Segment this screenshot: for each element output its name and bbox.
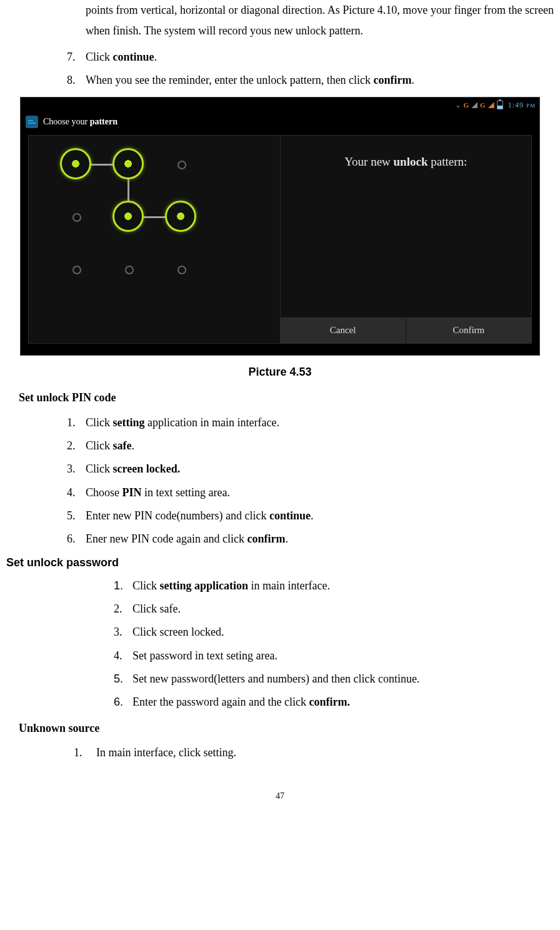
confirm-button[interactable]: Confirm [406, 318, 531, 343]
list-item: 5.Set new password(letters and numbers) … [114, 669, 554, 689]
list-number: 8. [67, 70, 86, 91]
signal-icon [471, 102, 478, 108]
list-item: 1.Click setting application in main inte… [67, 412, 554, 433]
screenshot-figure: ⌄ G G 1:49 PM Choose your pattern [20, 97, 540, 356]
pattern-dot[interactable] [178, 161, 186, 169]
pattern-dot[interactable] [165, 201, 196, 232]
list-item: 4.Set password in text seting area. [114, 646, 554, 666]
section-heading: Set unlock PIN code [19, 388, 554, 408]
pattern-dot[interactable] [72, 213, 81, 222]
app-title-bar: Choose your pattern [21, 112, 539, 131]
app-title: Choose your pattern [43, 114, 118, 130]
list-item: 2.Click safe. [67, 436, 554, 456]
network-g-label: G [480, 99, 486, 111]
pattern-dot[interactable] [60, 148, 91, 179]
pattern-dot[interactable] [178, 266, 186, 274]
clock: 1:49 PM [508, 98, 536, 112]
list-number: 7. [67, 47, 86, 68]
section-heading: Set unlock password [6, 552, 554, 573]
list-item: 8. When you see the reminder, enter the … [67, 70, 554, 91]
cancel-button[interactable]: Cancel [281, 318, 406, 343]
wifi-icon: ⌄ [455, 98, 461, 112]
network-g-label: G [464, 99, 469, 111]
pattern-dot[interactable] [72, 266, 81, 274]
pattern-dot[interactable] [125, 266, 134, 274]
pattern-dot[interactable] [112, 148, 144, 179]
list-item: 1.Click setting application in main inte… [114, 576, 554, 596]
list-item: 6.Ener new PIN code again and click conf… [67, 529, 554, 549]
settings-icon [26, 116, 38, 128]
instruction-text: Your new unlock pattern: [281, 136, 532, 318]
list-item: 4.Choose PIN in text setting area. [67, 482, 554, 503]
list-item: 6.Enter the password again and the click… [114, 692, 554, 712]
section-heading: Unknown source [19, 718, 554, 739]
battery-icon [497, 101, 503, 109]
pattern-area[interactable] [29, 136, 280, 343]
list-item: 2.Click safe. [114, 599, 554, 619]
list-item: 3.Click screen locked. [114, 622, 554, 642]
pattern-dot[interactable] [112, 201, 144, 232]
continuation-paragraph: points from vertical, horizontal or diag… [86, 0, 554, 42]
signal-icon [488, 102, 494, 108]
page-number: 47 [6, 788, 554, 804]
list-item: 3.Click screen locked. [67, 459, 554, 479]
list-item: 5.Enter new PIN code(numbers) and click … [67, 506, 554, 526]
figure-caption: Picture 4.53 [6, 362, 554, 382]
status-bar: ⌄ G G 1:49 PM [21, 98, 539, 112]
list-item: 7. Click continue. [67, 47, 554, 68]
list-item: 1.In main interface, click setting. [74, 742, 554, 763]
